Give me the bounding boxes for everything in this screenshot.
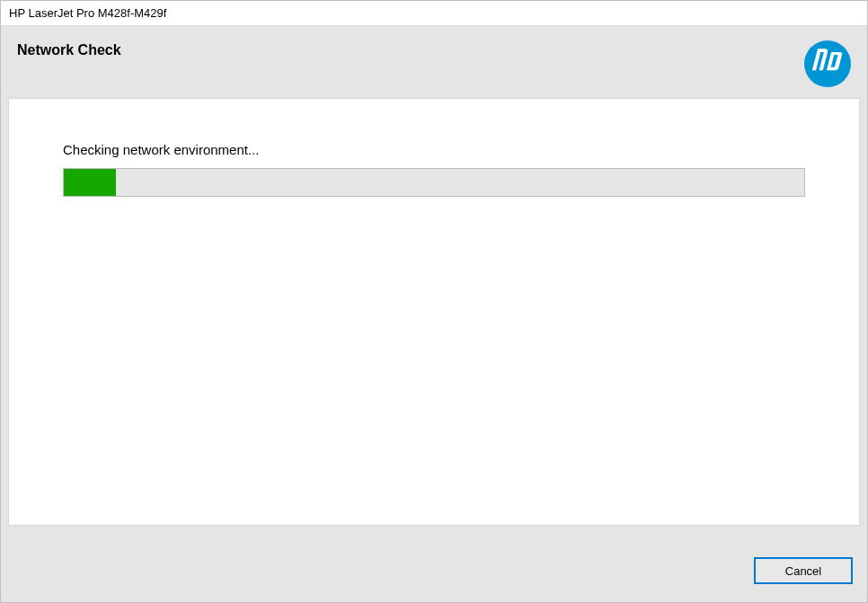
- content-card: Checking network environment...: [8, 98, 860, 526]
- content-wrapper: Checking network environment...: [1, 98, 867, 539]
- cancel-button[interactable]: Cancel: [754, 557, 853, 584]
- footer: Cancel: [1, 539, 867, 602]
- progress-bar: [63, 168, 805, 197]
- header: Network Check: [1, 26, 867, 98]
- page-title: Network Check: [17, 42, 121, 58]
- status-text: Checking network environment...: [63, 142, 805, 157]
- progress-fill: [64, 169, 116, 196]
- window-title: HP LaserJet Pro M428f-M429f: [9, 6, 166, 20]
- hp-logo-icon: [804, 42, 851, 91]
- window-titlebar: HP LaserJet Pro M428f-M429f: [1, 1, 867, 26]
